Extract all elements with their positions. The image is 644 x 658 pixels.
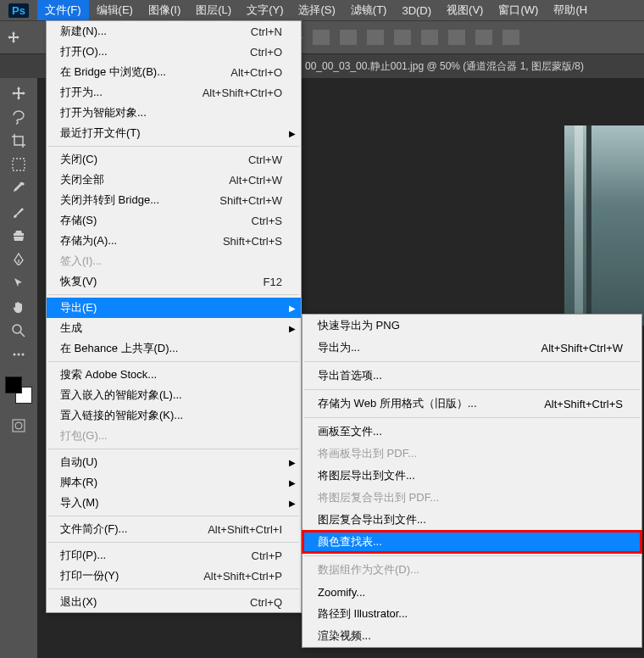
- file-menu-item[interactable]: 导入(M)▶: [47, 493, 301, 513]
- export-menu-item[interactable]: 快速导出为 PNG: [303, 315, 641, 337]
- export-menu-item[interactable]: 画板至文件...: [303, 421, 641, 443]
- export-menu-item[interactable]: 图层复合导出到文件...: [303, 509, 641, 531]
- marquee-tool-icon[interactable]: [8, 154, 29, 175]
- export-menu-item[interactable]: 将图层导出到文件...: [303, 465, 641, 487]
- svg-point-3: [18, 354, 20, 356]
- menu-item-label: 导出为...: [318, 340, 541, 355]
- clone-tool-icon[interactable]: [8, 226, 29, 246]
- hand-tool-icon[interactable]: [8, 297, 29, 317]
- export-menu-item[interactable]: 颜色查找表...: [303, 531, 641, 553]
- menu-item-label: 快速导出为 PNG: [318, 318, 623, 333]
- brush-tool-icon[interactable]: [8, 202, 29, 222]
- move-tool-icon[interactable]: [8, 83, 29, 103]
- export-menu-item[interactable]: 导出为...Alt+Shift+Ctrl+W: [303, 337, 641, 359]
- export-menu-item[interactable]: 导出首选项...: [303, 365, 641, 387]
- edit-toolbar-icon[interactable]: [8, 344, 29, 365]
- menu-item-label: 打开为...: [60, 85, 203, 100]
- file-menu-item[interactable]: 置入链接的智能对象(K)...: [47, 405, 301, 426]
- file-menu-item[interactable]: 新建(N)...Ctrl+N: [47, 21, 301, 42]
- submenu-arrow-icon: ▶: [289, 129, 296, 138]
- align-bottom-icon[interactable]: [448, 30, 465, 45]
- menu-edit[interactable]: 编辑(E): [89, 0, 141, 20]
- menu-window[interactable]: 窗口(W): [491, 0, 546, 20]
- file-menu-item[interactable]: 打开为...Alt+Shift+Ctrl+O: [47, 82, 301, 103]
- app-logo: Ps: [0, 3, 37, 18]
- pen-tool-icon[interactable]: [8, 249, 29, 270]
- svg-rect-5: [13, 420, 25, 432]
- file-menu-item[interactable]: 脚本(R)▶: [47, 472, 301, 493]
- menu-type[interactable]: 文字(Y): [239, 0, 291, 20]
- menu-item-label: 存储(S): [60, 213, 252, 228]
- menu-item-label: 路径到 Illustrator...: [318, 606, 623, 622]
- file-menu-item[interactable]: 打开为智能对象...: [47, 103, 301, 123]
- export-menu-item[interactable]: 渲染视频...: [303, 625, 641, 647]
- document-image: [564, 125, 644, 326]
- menu-item-label: 存储为 Web 所用格式（旧版）...: [318, 396, 544, 411]
- file-menu-item[interactable]: 关闭全部Alt+Ctrl+W: [47, 170, 301, 190]
- file-menu-item[interactable]: 关闭并转到 Bridge...Shift+Ctrl+W: [47, 190, 301, 210]
- menu-filter[interactable]: 滤镜(T): [343, 0, 395, 20]
- export-menu-item[interactable]: 存储为 Web 所用格式（旧版）...Alt+Shift+Ctrl+S: [303, 393, 641, 415]
- svg-point-1: [13, 325, 21, 333]
- file-menu-item: 签入(I)...: [47, 251, 301, 271]
- file-menu-item[interactable]: 最近打开文件(T)▶: [47, 123, 301, 143]
- menu-item-label: 文件简介(F)...: [60, 521, 208, 537]
- menu-item-shortcut: Shift+Ctrl+W: [219, 194, 282, 207]
- file-menu-item[interactable]: 恢复(V)F12: [47, 271, 301, 292]
- file-menu-item[interactable]: 搜索 Adobe Stock...: [47, 365, 301, 385]
- menu-item-shortcut: Ctrl+W: [248, 153, 282, 166]
- file-menu-item[interactable]: 在 Bridge 中浏览(B)...Alt+Ctrl+O: [47, 62, 301, 82]
- file-menu-item[interactable]: 存储为(A)...Shift+Ctrl+S: [47, 231, 301, 251]
- menu-item-label: 置入链接的智能对象(K)...: [60, 408, 282, 423]
- menu-image[interactable]: 图像(I): [141, 0, 188, 20]
- submenu-arrow-icon: ▶: [289, 324, 296, 333]
- file-menu-item[interactable]: 打印一份(Y)Alt+Shift+Ctrl+P: [47, 566, 301, 586]
- file-menu-item[interactable]: 置入嵌入的智能对象(L)...: [47, 385, 301, 405]
- file-menu-item[interactable]: 打印(P)...Ctrl+P: [47, 545, 301, 566]
- menu-item-label: Zoomify...: [318, 586, 623, 599]
- export-menu-item[interactable]: Zoomify...: [303, 581, 641, 603]
- align-left-icon[interactable]: [313, 30, 330, 45]
- menu-layer[interactable]: 图层(L): [188, 0, 239, 20]
- file-menu-item[interactable]: 生成▶: [47, 318, 301, 338]
- submenu-arrow-icon: ▶: [289, 499, 296, 508]
- menu-item-label: 置入嵌入的智能对象(L)...: [60, 388, 282, 403]
- align-right-icon[interactable]: [367, 30, 384, 45]
- menu-file[interactable]: 文件(F): [37, 0, 89, 20]
- file-menu-item[interactable]: 关闭(C)Ctrl+W: [47, 149, 301, 170]
- file-menu-item[interactable]: 在 Behance 上共享(D)...: [47, 338, 301, 359]
- align-middle-icon[interactable]: [421, 30, 438, 45]
- eyedropper-tool-icon[interactable]: [8, 178, 29, 198]
- menu-item-label: 导入(M): [60, 495, 282, 510]
- align-top-icon[interactable]: [394, 30, 411, 45]
- menu-view[interactable]: 视图(V): [439, 0, 491, 20]
- menu-item-label: 退出(X): [60, 594, 250, 610]
- submenu-arrow-icon: ▶: [289, 304, 296, 313]
- lasso-tool-icon[interactable]: [8, 107, 29, 127]
- zoom-tool-icon[interactable]: [8, 321, 29, 341]
- path-select-icon[interactable]: [8, 273, 29, 293]
- menu-item-shortcut: Alt+Shift+Ctrl+S: [544, 398, 623, 410]
- toolbox: [0, 78, 37, 658]
- file-menu-item[interactable]: 打开(O)...Ctrl+O: [47, 42, 301, 62]
- color-swatches[interactable]: [5, 376, 32, 404]
- file-menu-item[interactable]: 自动(U)▶: [47, 452, 301, 472]
- menu-item-label: 生成: [60, 321, 282, 336]
- menu-help[interactable]: 帮助(H: [546, 0, 595, 20]
- quickmask-icon[interactable]: [8, 415, 29, 436]
- distribute-v-icon[interactable]: [502, 30, 519, 45]
- export-menu-item[interactable]: 路径到 Illustrator...: [303, 603, 641, 625]
- file-menu-item[interactable]: 存储(S)Ctrl+S: [47, 210, 301, 231]
- align-center-icon[interactable]: [340, 30, 357, 45]
- svg-rect-0: [13, 159, 25, 170]
- menu-3d[interactable]: 3D(D): [394, 2, 439, 20]
- menu-select[interactable]: 选择(S): [291, 0, 342, 20]
- file-menu-item[interactable]: 文件简介(F)...Alt+Shift+Ctrl+I: [47, 519, 301, 539]
- crop-tool-icon[interactable]: [8, 131, 29, 151]
- file-menu-item[interactable]: 导出(E)▶: [47, 298, 301, 318]
- file-menu-dropdown: 新建(N)...Ctrl+N打开(O)...Ctrl+O在 Bridge 中浏览…: [46, 20, 302, 613]
- foreground-color-swatch[interactable]: [5, 376, 22, 393]
- file-menu-item[interactable]: 退出(X)Ctrl+Q: [47, 592, 301, 612]
- distribute-h-icon[interactable]: [475, 30, 492, 45]
- document-tab[interactable]: 00_00_03_00.静止001.jpg @ 50% (通道混合器 1, 图层…: [305, 59, 584, 74]
